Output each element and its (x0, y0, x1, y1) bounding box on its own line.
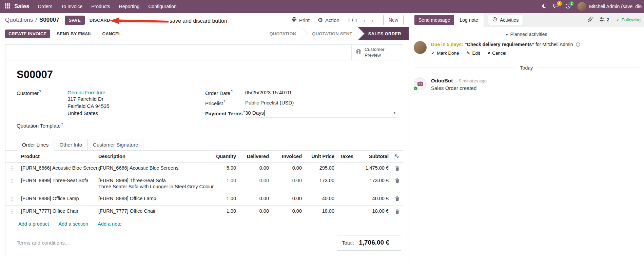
invoiced-cell[interactable]: 0.00 (272, 175, 305, 193)
dark-mode-toggle-button[interactable] (538, 0, 550, 13)
delivered-cell[interactable]: 0.00 (239, 162, 272, 175)
tab-other-info[interactable]: Other Info (54, 139, 87, 150)
messages-menu-button[interactable]: 4 (550, 0, 562, 13)
breadcrumb-quotations-link[interactable]: Quotations (5, 17, 33, 23)
pager-next-button[interactable] (369, 17, 375, 24)
app-name[interactable]: Sales (13, 3, 33, 10)
user-menu[interactable]: Mitchell Admin (save_discar (574, 2, 642, 11)
mark-done-button[interactable]: Mark Done (431, 51, 459, 56)
delivered-column-header[interactable]: Delivered (239, 151, 272, 162)
delivered-cell[interactable]: 0.00 (239, 193, 272, 206)
order-line-row[interactable]: [FURN_8888] Office Lamp [FURN_8888] Offi… (5, 193, 403, 206)
description-column-header[interactable]: Description (96, 151, 209, 162)
product-cell[interactable]: [FURN_8999] Three-Seat Sofa (18, 175, 96, 193)
tab-order-lines[interactable]: Order Lines (17, 139, 54, 151)
unit-price-cell[interactable]: 295.00 (305, 162, 337, 175)
customer-link[interactable]: Gemini Furniture (67, 90, 105, 95)
add-note-link[interactable]: Add a note (98, 221, 121, 227)
taxes-cell[interactable] (337, 175, 357, 193)
drag-handle[interactable] (5, 193, 18, 206)
quantity-cell[interactable]: 1.00 (209, 193, 239, 206)
add-section-link[interactable]: Add a section (58, 221, 88, 227)
unit-price-cell[interactable]: 40.00 (305, 193, 337, 206)
quantity-column-header[interactable]: Quantity (209, 151, 239, 162)
customer-preview-button[interactable]: Customer Preview (351, 45, 403, 60)
delivered-cell[interactable]: 0.00 (239, 175, 272, 193)
taxes-cell[interactable] (337, 162, 357, 175)
description-cell[interactable]: [FURN_7777] Office Chair (96, 206, 209, 218)
delete-line-button[interactable] (391, 175, 403, 193)
order-line-row[interactable]: [FURN_7777] Office Chair [FURN_7777] Off… (5, 206, 403, 218)
subtotal-column-header[interactable]: Subtotal (357, 151, 391, 162)
user-name: Mitchell Admin (save_discar (589, 4, 642, 9)
unit-price-cell[interactable]: 173.00 (305, 175, 337, 193)
send-message-button[interactable]: Send message (414, 15, 454, 25)
new-record-button[interactable]: New (383, 15, 404, 25)
payment-terms-input[interactable]: 30 Days (245, 110, 397, 117)
order-line-row[interactable]: [FURN_6666] Acoustic Bloc Screens [FURN_… (5, 162, 403, 175)
drag-handle[interactable] (5, 175, 18, 193)
terms-and-conditions-input[interactable]: Terms and conditions... (17, 235, 69, 246)
order-date-value[interactable]: 05/25/2023 15:40:01 (245, 90, 292, 95)
nav-item-to-invoice[interactable]: To Invoice (57, 0, 87, 13)
unit-price-column-header[interactable]: Unit Price (305, 151, 337, 162)
nav-item-orders[interactable]: Orders (33, 0, 57, 13)
save-button[interactable]: SAVE (65, 16, 85, 25)
send-by-email-button[interactable]: SEND BY EMAIL (53, 29, 95, 38)
drag-handle[interactable] (5, 162, 18, 175)
quantity-cell[interactable]: 1.00 (209, 206, 239, 218)
delivered-cell[interactable]: 0.00 (239, 206, 272, 218)
description-cell[interactable]: [FURN_8999] Three-Seat Sofa Three Seater… (96, 175, 209, 193)
discard-button[interactable]: DISCARD (86, 16, 114, 25)
taxes-cell[interactable] (337, 206, 357, 218)
cancel-button[interactable]: CANCEL (99, 29, 124, 38)
invoiced-cell[interactable]: 0.00 (272, 193, 305, 206)
drag-handle[interactable] (5, 206, 18, 218)
pricelist-value[interactable]: Public Pricelist (USD) (245, 100, 294, 106)
planned-activities-header[interactable]: Planned activities (409, 32, 644, 37)
product-cell[interactable]: [FURN_8888] Office Lamp (18, 193, 96, 206)
table-header-row: Product Description Quantity Delivered I… (5, 151, 403, 162)
invoiced-cell[interactable]: 0.00 (272, 206, 305, 218)
unit-price-cell[interactable]: 18.00 (305, 206, 337, 218)
taxes-cell[interactable] (337, 193, 357, 206)
nav-item-configuration[interactable]: Configuration (144, 0, 181, 13)
nav-item-reporting[interactable]: Reporting (115, 0, 144, 13)
invoiced-column-header[interactable]: Invoiced (272, 151, 305, 162)
status-step-quotation[interactable]: QUOTATION (263, 27, 302, 40)
pager-previous-button[interactable] (362, 17, 367, 24)
create-invoice-button[interactable]: CREATE INVOICE (5, 30, 50, 38)
taxes-column-header[interactable]: Taxes (337, 151, 357, 162)
order-line-row[interactable]: [FURN_8999] Three-Seat Sofa [FURN_8999] … (5, 175, 403, 193)
invoiced-cell[interactable]: 0.00 (272, 162, 305, 175)
status-step-quotation-sent[interactable]: QUOTATION SENT (302, 27, 358, 40)
cancel-activity-button[interactable]: Cancel (488, 51, 506, 56)
quantity-cell[interactable]: 5.00 (209, 162, 239, 175)
delete-line-button[interactable] (391, 162, 403, 175)
subtotal-cell: 40.00 € (357, 193, 391, 206)
description-cell[interactable]: [FURN_8888] Office Lamp (96, 193, 209, 206)
nav-item-products[interactable]: Products (87, 0, 114, 13)
activities-tab[interactable]: Activities (488, 15, 523, 25)
activities-menu-button[interactable]: 2 (562, 0, 574, 13)
followers-button[interactable]: 2 (599, 17, 609, 23)
product-cell[interactable]: [FURN_7777] Office Chair (18, 206, 96, 218)
action-button[interactable]: Action (318, 17, 339, 23)
optional-columns-button[interactable] (391, 151, 403, 162)
print-button[interactable]: Print (292, 17, 310, 23)
customer-preview-label: Customer Preview (365, 47, 399, 58)
description-cell[interactable]: [FURN_6666] Acoustic Bloc Screens (96, 162, 209, 175)
add-product-link[interactable]: Add a product (18, 221, 49, 227)
following-toggle-button[interactable]: Following (616, 17, 641, 22)
attach-files-button[interactable] (587, 17, 592, 23)
info-icon[interactable] (576, 42, 580, 49)
dropdown-caret-icon[interactable] (392, 111, 397, 115)
apps-menu-button[interactable] (1, 0, 13, 13)
edit-activity-button[interactable]: Edit (466, 51, 480, 56)
delete-line-button[interactable] (391, 193, 403, 206)
tab-customer-signature[interactable]: Customer Signature (87, 139, 143, 150)
product-cell[interactable]: [FURN_6666] Acoustic Bloc Screens (18, 162, 96, 175)
log-note-button[interactable]: Log note (460, 17, 478, 23)
delete-line-button[interactable] (391, 206, 403, 218)
product-column-header[interactable]: Product (18, 151, 96, 162)
